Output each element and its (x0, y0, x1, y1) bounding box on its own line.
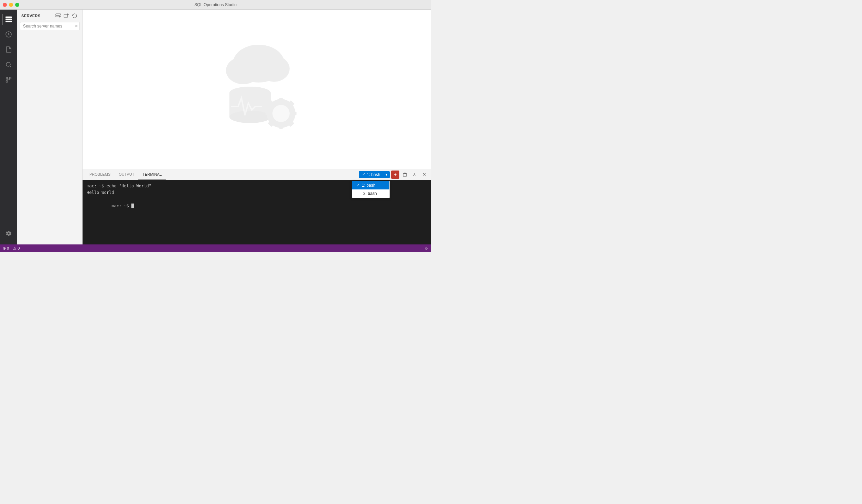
smiley-icon: ☺ (424, 246, 428, 250)
terminal-line: mac: ~$ (87, 196, 427, 216)
trash-icon (402, 172, 407, 177)
svg-rect-10 (56, 15, 59, 17)
search-box: ✕ (20, 22, 79, 30)
svg-rect-32 (403, 174, 407, 176)
app-title: SQL Operations Studio (194, 2, 237, 7)
new-server-group-button[interactable] (63, 12, 70, 19)
svg-rect-0 (6, 17, 12, 18)
sidebar-item-servers[interactable] (2, 12, 15, 26)
error-icon: ⊗ (3, 246, 6, 251)
status-left: ⊗ 0 ⚠ 0 (3, 246, 20, 251)
add-terminal-button[interactable]: + (391, 171, 399, 179)
sidebar-title: SERVERS (21, 14, 41, 18)
activity-bar (0, 10, 17, 244)
close-panel-button[interactable]: ✕ (420, 171, 428, 179)
new-connection-button[interactable] (55, 12, 62, 19)
svg-point-4 (6, 62, 10, 66)
sidebar-item-history[interactable] (2, 28, 15, 41)
svg-rect-25 (279, 124, 283, 129)
svg-rect-13 (64, 14, 67, 18)
sidebar-item-git[interactable] (2, 73, 15, 87)
svg-point-7 (10, 77, 11, 79)
terminal-dropdown: ✓ 1: bash 2: bash (352, 181, 390, 198)
svg-point-21 (229, 111, 271, 123)
panel-tabs: PROBLEMS OUTPUT TERMINAL ✓ 1: bash ▼ (83, 169, 431, 180)
sidebar-item-search[interactable] (2, 58, 15, 72)
kill-terminal-button[interactable] (401, 171, 409, 179)
window-controls[interactable] (3, 3, 19, 7)
chevron-up-icon: ∧ (413, 172, 416, 177)
sidebar: SERVERS (17, 10, 83, 244)
svg-rect-27 (291, 112, 297, 115)
error-count[interactable]: ⊗ 0 (3, 246, 9, 251)
svg-line-5 (10, 66, 11, 67)
sidebar-actions (55, 12, 78, 19)
svg-point-23 (272, 105, 290, 122)
svg-point-18 (259, 56, 290, 82)
plus-icon: + (394, 172, 397, 177)
tab-problems[interactable]: PROBLEMS (85, 169, 115, 180)
search-input[interactable] (20, 22, 79, 30)
status-right: ☺ (424, 246, 428, 250)
main-content: PROBLEMS OUTPUT TERMINAL ✓ 1: bash ▼ (83, 10, 431, 244)
app-body: SERVERS (0, 10, 431, 244)
svg-rect-26 (266, 112, 271, 115)
terminal-session-selector[interactable]: ✓ 1: bash ▼ ✓ 1: bash 2 (359, 171, 390, 178)
app-logo (205, 38, 309, 141)
editor-area (83, 10, 431, 169)
feedback-button[interactable]: ☺ (424, 246, 428, 250)
svg-rect-9 (56, 14, 61, 15)
sidebar-item-new-file[interactable] (2, 43, 15, 56)
svg-point-6 (6, 77, 8, 79)
svg-rect-2 (6, 21, 12, 22)
svg-rect-24 (279, 98, 283, 103)
sidebar-header: SERVERS (17, 10, 82, 21)
panel-actions: ✓ 1: bash ▼ ✓ 1: bash 2 (359, 171, 428, 179)
terminal-panel: PROBLEMS OUTPUT TERMINAL ✓ 1: bash ▼ (83, 169, 431, 244)
status-bar: ⊗ 0 ⚠ 0 ☺ (0, 244, 431, 252)
selected-session-label: 1: bash (367, 172, 380, 177)
check-icon: ✓ (356, 183, 360, 188)
minimize-button[interactable] (9, 3, 13, 7)
refresh-button[interactable] (71, 12, 78, 19)
svg-rect-1 (6, 19, 12, 20)
maximize-button[interactable] (15, 3, 19, 7)
terminal-session-2[interactable]: 2: bash (352, 189, 389, 198)
tab-terminal[interactable]: TERMINAL (138, 169, 166, 180)
warning-icon: ⚠ (13, 246, 17, 251)
close-icon: ✕ (422, 172, 426, 177)
warning-count[interactable]: ⚠ 0 (13, 246, 20, 251)
svg-point-8 (6, 81, 8, 83)
search-clear-icon[interactable]: ✕ (75, 24, 78, 28)
collapse-panel-button[interactable]: ∧ (410, 171, 419, 179)
terminal-session-1[interactable]: ✓ 1: bash (352, 181, 389, 189)
settings-icon[interactable] (2, 228, 15, 242)
tab-output[interactable]: OUTPUT (115, 169, 138, 180)
cursor (131, 204, 134, 208)
svg-point-17 (226, 57, 260, 84)
close-button[interactable] (3, 3, 7, 7)
titlebar: SQL Operations Studio (0, 0, 431, 10)
